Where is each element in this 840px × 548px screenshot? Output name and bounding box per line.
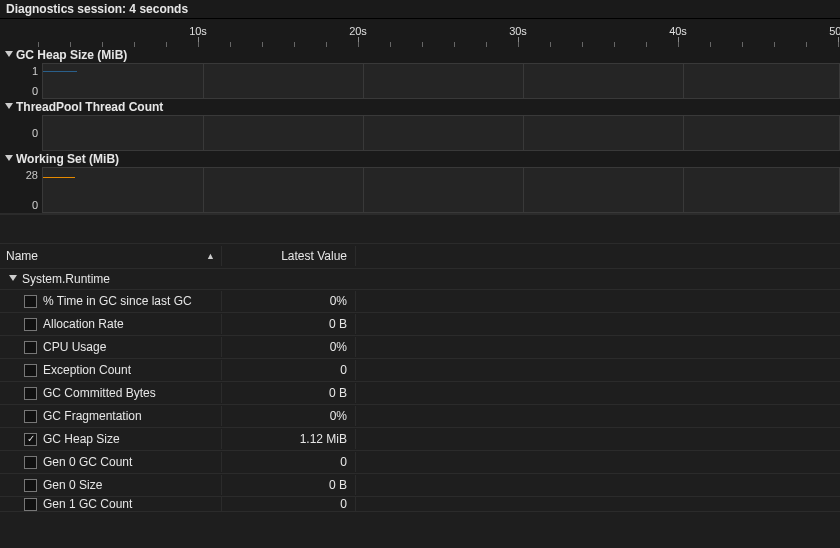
chart-title-row[interactable]: ThreadPool Thread Count [0, 99, 840, 115]
counters-table: Name ▲ Latest Value System.Runtime % Tim… [0, 243, 840, 512]
counter-row[interactable]: Gen 0 GC Count0 [0, 451, 840, 474]
counters-header-row: Name ▲ Latest Value [0, 244, 840, 269]
ruler-minor-tick [326, 42, 327, 47]
counter-checkbox[interactable] [24, 295, 37, 308]
chart-gridline [683, 64, 684, 98]
ruler-minor-tick [230, 42, 231, 47]
counter-row[interactable]: CPU Usage0% [0, 336, 840, 359]
sort-ascending-icon[interactable]: ▲ [206, 251, 215, 261]
counter-checkbox[interactable] [24, 364, 37, 377]
counter-value-cell: 0 B [222, 314, 356, 334]
chart-gridline [203, 116, 204, 150]
ruler-minor-tick [198, 42, 199, 47]
counter-name-label: Gen 0 Size [43, 478, 102, 492]
svg-marker-0 [5, 51, 13, 57]
chart-threadpool-count: ThreadPool Thread Count 0 [0, 99, 840, 151]
chart-gridline [523, 64, 524, 98]
counter-row[interactable]: Gen 0 Size0 B [0, 474, 840, 497]
counter-row[interactable]: GC Heap Size1.12 MiB [0, 428, 840, 451]
ruler-minor-tick [806, 42, 807, 47]
ruler-minor-tick [774, 42, 775, 47]
svg-marker-2 [5, 155, 13, 161]
counter-name-label: Exception Count [43, 363, 131, 377]
ruler-minor-tick [550, 42, 551, 47]
chart-working-set: Working Set (MiB) 28 0 [0, 151, 840, 213]
ruler-minor-tick [838, 42, 839, 47]
chart-plot-area[interactable] [42, 63, 840, 99]
counter-name-cell: Gen 1 GC Count [0, 497, 222, 512]
chart-plot-area[interactable] [42, 167, 840, 213]
counter-name-cell: GC Fragmentation [0, 406, 222, 426]
counter-name-cell: Allocation Rate [0, 314, 222, 334]
counter-row[interactable]: GC Fragmentation0% [0, 405, 840, 428]
chart-gridline [523, 116, 524, 150]
ruler-minor-tick [390, 42, 391, 47]
counter-checkbox[interactable] [24, 387, 37, 400]
counter-value-cell: 0 [222, 497, 356, 512]
diagnostics-top-pane: Diagnostics session: 4 seconds 10s20s30s… [0, 0, 840, 215]
counter-checkbox[interactable] [24, 410, 37, 423]
chart-gridline [363, 64, 364, 98]
counter-checkbox[interactable] [24, 456, 37, 469]
chart-gc-heap-size: GC Heap Size (MiB) 1 0 [0, 47, 840, 99]
ruler-label: 40s [669, 25, 687, 37]
disclosure-triangle-icon[interactable] [4, 50, 14, 60]
counter-row[interactable]: Gen 1 GC Count0 [0, 497, 840, 512]
counter-checkbox[interactable] [24, 318, 37, 331]
session-header: Diagnostics session: 4 seconds [0, 0, 840, 19]
chart-gridline [363, 116, 364, 150]
ruler-minor-tick [454, 42, 455, 47]
column-header-name[interactable]: Name ▲ [0, 246, 222, 266]
disclosure-triangle-icon[interactable] [4, 154, 14, 164]
timeline-ruler[interactable]: 10s20s30s40s50s [0, 19, 840, 47]
counter-name-cell: CPU Usage [0, 337, 222, 357]
counter-checkbox[interactable] [24, 341, 37, 354]
counter-checkbox[interactable] [24, 479, 37, 492]
ruler-minor-tick [262, 42, 263, 47]
chart-title-text: GC Heap Size (MiB) [16, 48, 127, 62]
chart-y-axis: 28 0 [0, 167, 42, 213]
counter-name-label: Gen 0 GC Count [43, 455, 132, 469]
chart-title-text: ThreadPool Thread Count [16, 100, 163, 114]
counter-name-label: GC Committed Bytes [43, 386, 156, 400]
chart-title-row[interactable]: GC Heap Size (MiB) [0, 47, 840, 63]
svg-marker-1 [5, 103, 13, 109]
ruler-minor-tick [422, 42, 423, 47]
sparkline [43, 171, 75, 178]
ruler-minor-tick [134, 42, 135, 47]
ruler-minor-tick [38, 42, 39, 47]
counter-row[interactable]: % Time in GC since last GC0% [0, 290, 840, 313]
column-header-value[interactable]: Latest Value [222, 246, 356, 266]
counter-row[interactable]: Exception Count0 [0, 359, 840, 382]
counter-group-row[interactable]: System.Runtime [0, 269, 840, 290]
counter-row[interactable]: Allocation Rate0 B [0, 313, 840, 336]
counter-value-cell: 0% [222, 406, 356, 426]
ruler-minor-tick [166, 42, 167, 47]
chart-plot-area[interactable] [42, 115, 840, 151]
disclosure-triangle-icon[interactable] [8, 274, 18, 284]
counter-value-cell: 0% [222, 337, 356, 357]
counter-name-label: % Time in GC since last GC [43, 294, 192, 308]
chart-title-row[interactable]: Working Set (MiB) [0, 151, 840, 167]
counter-checkbox[interactable] [24, 433, 37, 446]
counter-value-cell: 0% [222, 291, 356, 311]
counter-name-label: GC Fragmentation [43, 409, 142, 423]
counter-row[interactable]: GC Committed Bytes0 B [0, 382, 840, 405]
counter-name-cell: GC Heap Size [0, 429, 222, 449]
disclosure-triangle-icon[interactable] [4, 102, 14, 112]
ruler-minor-tick [646, 42, 647, 47]
counter-value-cell: 1.12 MiB [222, 429, 356, 449]
counter-value-cell: 0 [222, 360, 356, 380]
ruler-minor-tick [710, 42, 711, 47]
svg-marker-3 [9, 275, 17, 281]
counter-name-cell: Exception Count [0, 360, 222, 380]
counter-checkbox[interactable] [24, 498, 37, 511]
sparkline [43, 68, 77, 72]
ruler-minor-tick [678, 42, 679, 47]
ruler-minor-tick [294, 42, 295, 47]
ruler-minor-tick [486, 42, 487, 47]
counter-name-cell: Gen 0 GC Count [0, 452, 222, 472]
ruler-minor-tick [518, 42, 519, 47]
ruler-label: 50s [829, 25, 840, 37]
ruler-minor-tick [614, 42, 615, 47]
